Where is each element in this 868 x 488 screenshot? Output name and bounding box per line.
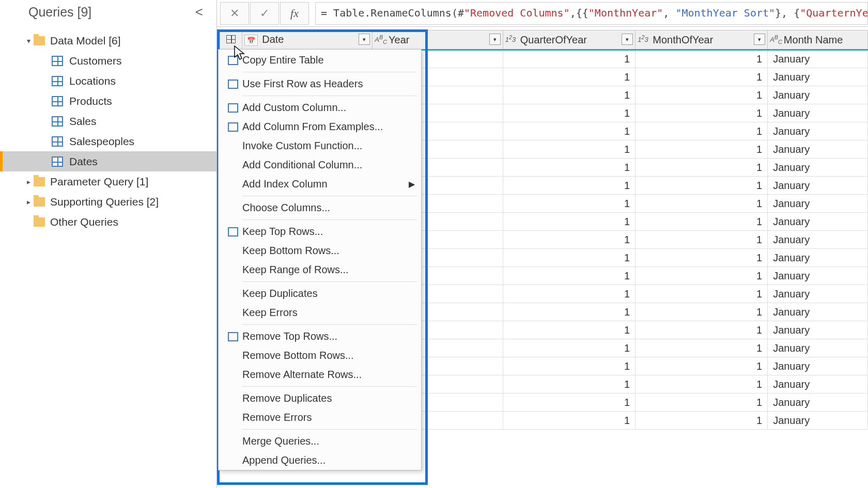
fx-button[interactable]: fx <box>280 2 309 25</box>
menu-item-choose-columns[interactable]: Choose Columns... <box>219 198 421 217</box>
date-type-icon: 📅 <box>244 35 258 46</box>
cell-monthname: January <box>768 140 868 159</box>
cell-quarter: 1 <box>503 68 636 86</box>
query-item-dates[interactable]: Dates <box>0 151 216 171</box>
menu-item-label: Remove Alternate Rows... <box>242 369 362 381</box>
column-filter-dropdown[interactable]: ▾ <box>754 34 765 45</box>
menu-item-add-index-column[interactable]: Add Index Column▶ <box>219 175 421 194</box>
column-filter-dropdown[interactable]: ▾ <box>622 34 633 45</box>
menu-item-label: Remove Errors <box>242 412 312 423</box>
menu-item-label: Remove Bottom Rows... <box>242 350 354 361</box>
cell-monthname: January <box>768 357 868 375</box>
collapse-sidebar-chevron[interactable]: < <box>195 4 207 20</box>
folder-other-queries[interactable]: Other Queries <box>0 212 216 232</box>
column-header-quarter[interactable]: 123 QuarterOfYear ▾ <box>503 30 636 50</box>
query-item-customers[interactable]: Customers <box>0 51 216 71</box>
query-label: Locations <box>69 75 116 87</box>
menu-item-label: Choose Columns... <box>242 202 330 214</box>
table-icon <box>52 116 63 127</box>
menu-item-add-conditional-column[interactable]: Add Conditional Column... <box>219 155 421 175</box>
cell-month: 1 <box>636 339 768 357</box>
expand-arrow-icon[interactable]: ▸ <box>23 198 34 206</box>
menu-item-merge-queries[interactable]: Merge Queries... <box>219 432 421 451</box>
menu-item-append-queries[interactable]: Append Queries... <box>219 451 421 470</box>
menu-separator <box>242 324 417 325</box>
cell-quarter: 1 <box>503 393 636 412</box>
cell-month: 1 <box>636 303 768 321</box>
cell-month: 1 <box>636 195 768 213</box>
query-item-locations[interactable]: Locations <box>0 71 216 91</box>
sidebar-header: Queries [9] < <box>0 0 216 24</box>
menu-action-icon <box>224 80 242 89</box>
cell-monthname: January <box>768 231 868 249</box>
cell-monthname: January <box>768 412 868 430</box>
accept-formula-button[interactable]: ✓ <box>250 2 279 25</box>
cell-quarter: 1 <box>503 285 636 303</box>
cell-quarter: 1 <box>503 159 636 177</box>
cell-monthname: January <box>768 159 868 177</box>
query-item-sales[interactable]: Sales <box>0 111 216 131</box>
column-header-monthname[interactable]: ABCMonth Name <box>768 30 868 50</box>
cell-month: 1 <box>636 249 768 267</box>
menu-action-icon <box>224 122 242 132</box>
cell-month: 1 <box>636 159 768 177</box>
cell-monthname: January <box>768 249 868 267</box>
table-icon <box>52 156 63 167</box>
menu-item-add-custom-column[interactable]: Add Custom Column... <box>219 98 421 117</box>
menu-item-label: Invoke Custom Function... <box>242 140 362 152</box>
menu-item-remove-alternate-rows[interactable]: Remove Alternate Rows... <box>219 365 421 384</box>
menu-item-remove-errors[interactable]: Remove Errors <box>219 408 421 427</box>
cell-quarter: 1 <box>503 50 636 68</box>
menu-item-remove-duplicates[interactable]: Remove Duplicates <box>219 389 421 408</box>
menu-item-keep-top-rows[interactable]: Keep Top Rows... <box>219 222 421 241</box>
cell-quarter: 1 <box>503 303 636 321</box>
column-label-month: MonthOfYear <box>653 34 713 45</box>
cancel-formula-button[interactable]: ✕ <box>220 2 249 25</box>
cell-quarter: 1 <box>503 86 636 104</box>
menu-item-keep-range-of-rows[interactable]: Keep Range of Rows... <box>219 260 421 279</box>
table-corner-menu[interactable] <box>220 30 242 50</box>
folder-data-model-[interactable]: ▾Data Model [6] <box>0 30 216 51</box>
queries-sidebar: Queries [9] < ▾Data Model [6]CustomersLo… <box>0 0 217 488</box>
expand-arrow-icon[interactable]: ▾ <box>23 37 34 45</box>
menu-item-invoke-custom-function[interactable]: Invoke Custom Function... <box>219 136 421 155</box>
folder-parameter-query-[interactable]: ▸Parameter Query [1] <box>0 171 216 192</box>
folder-supporting-queries-[interactable]: ▸Supporting Queries [2] <box>0 192 216 212</box>
cell-month: 1 <box>636 375 768 393</box>
query-label: Dates <box>69 155 98 168</box>
column-header-date[interactable]: 📅Date ▾ <box>242 30 373 50</box>
cell-month: 1 <box>636 104 768 122</box>
menu-item-label: Keep Errors <box>242 307 298 319</box>
query-label: Salespeoples <box>69 135 134 148</box>
cell-month: 1 <box>636 321 768 339</box>
query-item-salespeoples[interactable]: Salespeoples <box>0 131 216 151</box>
folder-label: Parameter Query [1] <box>50 176 148 188</box>
menu-item-remove-top-rows[interactable]: Remove Top Rows... <box>219 327 421 346</box>
menu-item-add-column-from-examples[interactable]: Add Column From Examples... <box>219 117 421 136</box>
menu-item-use-first-row-as-headers[interactable]: Use First Row as Headers <box>219 74 421 93</box>
menu-item-remove-bottom-rows[interactable]: Remove Bottom Rows... <box>219 346 421 365</box>
menu-item-keep-errors[interactable]: Keep Errors <box>219 303 421 322</box>
menu-item-keep-bottom-rows[interactable]: Keep Bottom Rows... <box>219 241 421 260</box>
cell-quarter: 1 <box>503 267 636 285</box>
menu-item-label: Keep Range of Rows... <box>242 264 349 276</box>
cell-monthname: January <box>768 285 868 303</box>
formula-input[interactable]: = Table.RenameColumns(#"Removed Columns"… <box>315 2 868 25</box>
cell-month: 1 <box>636 357 768 375</box>
cell-monthname: January <box>768 303 868 321</box>
column-filter-dropdown[interactable]: ▾ <box>489 34 501 45</box>
menu-item-copy-entire-table[interactable]: Copy Entire Table <box>219 51 421 70</box>
column-header-year[interactable]: ABCYear ▾ <box>373 30 503 50</box>
text-type-icon: ABC <box>770 36 782 43</box>
cell-month: 1 <box>636 122 768 140</box>
cell-monthname: January <box>768 86 868 104</box>
cell-month: 1 <box>636 231 768 249</box>
column-header-month[interactable]: 123 MonthOfYear ▾ <box>636 30 768 50</box>
expand-arrow-icon[interactable]: ▸ <box>23 178 34 186</box>
sidebar-title: Queries [9] <box>28 5 91 20</box>
query-item-products[interactable]: Products <box>0 91 216 111</box>
column-filter-dropdown[interactable]: ▾ <box>359 34 370 45</box>
cell-monthname: January <box>768 375 868 393</box>
menu-item-keep-duplicates[interactable]: Keep Duplicates <box>219 284 421 303</box>
menu-item-label: Add Custom Column... <box>242 102 346 114</box>
